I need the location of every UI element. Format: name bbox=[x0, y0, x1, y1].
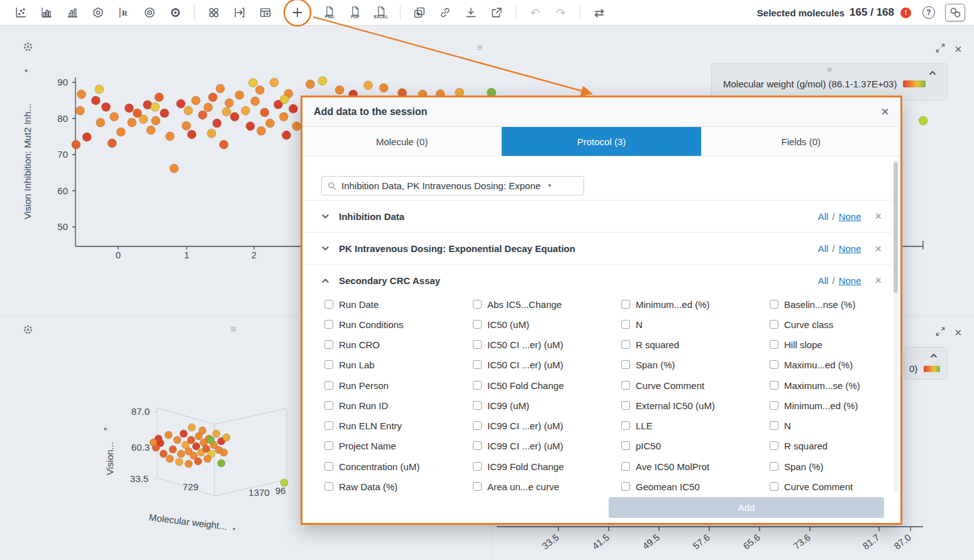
target-button[interactable] bbox=[138, 2, 162, 23]
plot3d-x-axis-menu-icon[interactable]: ▾ bbox=[232, 525, 236, 532]
checkbox[interactable] bbox=[473, 401, 482, 410]
scatter-point[interactable] bbox=[207, 129, 216, 138]
scatter-point[interactable] bbox=[364, 81, 373, 90]
checkbox[interactable] bbox=[770, 401, 778, 410]
scatter3d-point[interactable] bbox=[213, 430, 220, 437]
tab-protocol-3[interactable]: Protocol (3) bbox=[502, 127, 701, 156]
scatter-point[interactable] bbox=[219, 140, 228, 149]
scatter3d-point[interactable] bbox=[220, 449, 228, 456]
scatter3d-point[interactable] bbox=[223, 434, 230, 441]
download-button[interactable] bbox=[459, 2, 483, 23]
scatter-point[interactable] bbox=[165, 132, 174, 141]
scatter-point[interactable] bbox=[151, 102, 160, 111]
scatter-point[interactable] bbox=[306, 80, 314, 89]
dropdown-caret-icon[interactable]: ▼ bbox=[547, 183, 552, 189]
checkbox[interactable] bbox=[621, 360, 630, 369]
protocol-field-option[interactable]: IC50 CI ...er) (uM) bbox=[473, 338, 563, 351]
select-none-link[interactable]: None bbox=[839, 243, 861, 254]
protocol-field-option[interactable]: External IC50 (uM) bbox=[621, 398, 715, 412]
scatter-point[interactable] bbox=[95, 85, 104, 94]
scatter-point[interactable] bbox=[213, 119, 221, 128]
checkbox[interactable] bbox=[621, 340, 630, 349]
checkbox[interactable] bbox=[324, 381, 333, 390]
checkbox[interactable] bbox=[770, 482, 778, 491]
close-panel-icon[interactable]: × bbox=[955, 326, 962, 339]
scatter-point[interactable] bbox=[155, 93, 163, 102]
protocol-field-option[interactable]: Curve class bbox=[770, 317, 833, 331]
sync-button[interactable]: ⇄ bbox=[587, 2, 611, 23]
protocol-field-option[interactable]: R squared bbox=[621, 338, 679, 351]
scatter3d-point[interactable] bbox=[165, 431, 172, 439]
close-panel-icon[interactable]: × bbox=[955, 43, 962, 55]
top-panel-drag-handle[interactable]: ≡ bbox=[477, 43, 482, 53]
checkbox[interactable] bbox=[621, 320, 630, 329]
protocol-field-option[interactable]: Curve Comment bbox=[770, 480, 853, 493]
bottom-panel-settings-icon[interactable] bbox=[23, 324, 33, 338]
scatter3d-point[interactable] bbox=[174, 436, 181, 444]
scatter3d-point[interactable] bbox=[207, 436, 214, 444]
scatter3d-point[interactable] bbox=[204, 455, 211, 463]
dialog-close-icon[interactable]: × bbox=[881, 105, 889, 119]
expand-panel-icon[interactable] bbox=[936, 43, 945, 55]
y-axis-menu-icon[interactable]: ▸ bbox=[25, 67, 28, 74]
checkbox[interactable] bbox=[770, 462, 778, 471]
scatter-point[interactable] bbox=[248, 79, 257, 87]
select-all-link[interactable]: All bbox=[818, 243, 829, 254]
molecule-properties-button[interactable] bbox=[86, 2, 110, 23]
scatter-point[interactable] bbox=[160, 109, 169, 118]
scatter3d-point[interactable] bbox=[175, 458, 183, 466]
remove-section-icon[interactable]: × bbox=[875, 275, 882, 286]
checkbox[interactable] bbox=[324, 482, 333, 491]
scatter-point[interactable] bbox=[270, 78, 279, 87]
scatter-point[interactable] bbox=[102, 102, 111, 111]
scatter3d-point[interactable] bbox=[169, 446, 177, 453]
scatter-point[interactable] bbox=[241, 106, 250, 115]
protocol-field-option[interactable]: LLE bbox=[621, 419, 653, 432]
checkbox[interactable] bbox=[621, 381, 630, 390]
protocol-field-option[interactable]: Minimum...ed (%) bbox=[621, 297, 710, 311]
checkbox[interactable] bbox=[770, 381, 778, 390]
scatter-point[interactable] bbox=[292, 122, 301, 131]
scatter-point[interactable] bbox=[82, 133, 91, 141]
scatter3d-point[interactable] bbox=[150, 439, 157, 446]
scatter-point[interactable] bbox=[192, 96, 201, 105]
checkbox[interactable] bbox=[324, 300, 333, 309]
chevron-down-icon[interactable] bbox=[321, 212, 330, 221]
protocol-field-option[interactable]: Area un...e curve bbox=[473, 480, 559, 493]
scatter-point[interactable] bbox=[246, 122, 255, 131]
redo-button[interactable]: ↷ bbox=[549, 2, 573, 23]
dialog-scrollbar[interactable] bbox=[894, 160, 898, 496]
protocol-field-option[interactable]: Baselin...nse (%) bbox=[770, 297, 855, 311]
bar-chart-button[interactable] bbox=[35, 2, 58, 23]
protocol-field-option[interactable]: Maximum...se (%) bbox=[770, 378, 860, 392]
scatter-point[interactable] bbox=[204, 103, 213, 112]
scatter-point[interactable] bbox=[279, 113, 288, 121]
send-to-button[interactable] bbox=[228, 2, 252, 23]
checkbox[interactable] bbox=[621, 401, 630, 410]
scatter-point[interactable] bbox=[919, 116, 927, 125]
formula-table-button[interactable] bbox=[253, 2, 277, 23]
protocol-field-option[interactable]: Run Person bbox=[324, 378, 389, 392]
scatter-point[interactable] bbox=[152, 116, 160, 125]
checkbox[interactable] bbox=[621, 482, 630, 491]
scatter-point[interactable] bbox=[289, 104, 297, 113]
histogram-button[interactable] bbox=[60, 2, 84, 23]
export-png-button[interactable]: PNG bbox=[318, 2, 341, 23]
protocol-field-option[interactable]: Minimum...ed (%) bbox=[770, 398, 858, 412]
checkbox[interactable] bbox=[324, 340, 333, 349]
scatter-y-axis-label[interactable]: Vision Inhibition: Mut2 Inh... bbox=[20, 79, 34, 245]
scatter-point[interactable] bbox=[235, 91, 244, 99]
scatter-point[interactable] bbox=[147, 126, 155, 135]
protocol-field-option[interactable]: N bbox=[770, 419, 791, 432]
scatter-point[interactable] bbox=[77, 90, 86, 99]
protocol-field-option[interactable]: Curve Comment bbox=[621, 378, 704, 392]
scatter-point[interactable] bbox=[266, 119, 275, 128]
scatter3d-point[interactable] bbox=[177, 450, 185, 458]
scatter-point[interactable] bbox=[209, 93, 218, 102]
scatter-point[interactable] bbox=[280, 95, 289, 104]
protocol-field-option[interactable]: Maximu...ed (%) bbox=[770, 358, 853, 371]
checkbox[interactable] bbox=[473, 300, 482, 309]
scatter3d-point[interactable] bbox=[180, 430, 187, 437]
scatter-point[interactable] bbox=[216, 84, 224, 93]
checkbox[interactable] bbox=[770, 441, 778, 450]
